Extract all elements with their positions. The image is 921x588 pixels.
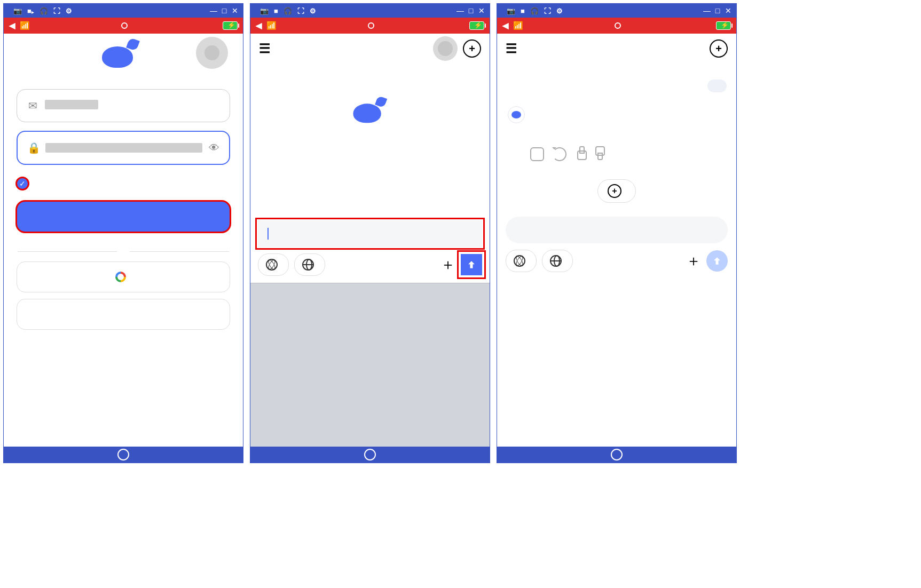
ios-keyboard[interactable] (250, 283, 490, 447)
deepseek-whale-icon (102, 39, 139, 68)
password-redacted (45, 143, 202, 153)
region-support-note (4, 68, 243, 85)
wifi-icon: 📶 (20, 21, 30, 30)
record-icon (368, 22, 374, 29)
email-field[interactable]: ✉ (17, 89, 230, 122)
ios-status-bar: ◀ 📶 ⚡ (4, 18, 243, 34)
lock-icon: 🔒 (27, 141, 39, 154)
maximize-button[interactable]: □ (714, 6, 721, 15)
text-caret (267, 228, 269, 240)
phone-login: 📷 ■▶ 🎧 ⛶ ⚙ — □ ✕ ◀ 📶 ⚡ (3, 3, 243, 463)
gear-icon[interactable]: ⚙ (310, 7, 316, 15)
apple-signin-button[interactable] (17, 299, 230, 330)
battery-icon: ⚡ (223, 21, 238, 30)
composer-input[interactable] (506, 217, 728, 243)
attach-button[interactable]: ＋ (440, 255, 455, 275)
back-caret-icon[interactable]: ◀ (502, 21, 509, 30)
assistant-avatar (508, 106, 525, 123)
wifi-icon: 📶 (513, 21, 523, 30)
home-button[interactable] (611, 449, 623, 460)
close-button[interactable]: ✕ (231, 6, 239, 15)
record-icon (121, 22, 128, 29)
atom-icon (266, 259, 278, 271)
deepseek-whale-icon (353, 97, 387, 123)
arrow-up-icon (466, 259, 477, 270)
user-message-bubble (707, 80, 727, 92)
emulator-titlebar: 📷 ■ 🎧 ⛶ ⚙ — □ ✕ (250, 4, 490, 18)
minimize-button[interactable]: — (703, 6, 711, 15)
globe-icon (302, 259, 314, 271)
home-button[interactable] (117, 449, 129, 460)
deep-think-chip[interactable] (506, 250, 537, 272)
video-icon[interactable]: ■▶ (27, 7, 34, 15)
atom-icon (514, 255, 525, 267)
menu-button[interactable]: ☰ (506, 41, 517, 56)
avatar-placeholder (433, 36, 458, 61)
thumbs-down-icon[interactable] (595, 147, 607, 159)
minimize-button[interactable]: — (456, 6, 464, 15)
new-chat-icon[interactable]: + (710, 39, 728, 58)
avatar-placeholder (196, 37, 228, 69)
send-button[interactable] (706, 250, 728, 272)
minimize-button[interactable]: — (210, 6, 217, 15)
deep-think-chip[interactable] (258, 253, 289, 276)
menu-button[interactable]: ☰ (259, 41, 271, 56)
home-button[interactable] (364, 449, 376, 460)
copy-icon[interactable] (530, 147, 544, 161)
web-search-chip[interactable] (294, 253, 325, 276)
fullscreen-icon[interactable]: ⛶ (544, 7, 551, 15)
video-icon[interactable]: ■ (274, 7, 278, 15)
fullscreen-icon[interactable]: ⛶ (53, 7, 60, 15)
back-caret-icon[interactable]: ◀ (256, 21, 262, 30)
maximize-button[interactable]: □ (467, 6, 475, 15)
camera-icon[interactable]: 📷 (260, 7, 269, 15)
prompt-input[interactable] (258, 220, 482, 247)
new-chat-button[interactable]: + (597, 179, 636, 203)
camera-icon[interactable]: 📷 (507, 7, 515, 15)
headset-icon[interactable]: 🎧 (40, 7, 48, 15)
gear-icon[interactable]: ⚙ (66, 7, 72, 15)
globe-icon (550, 255, 562, 267)
google-signin-button[interactable] (17, 261, 230, 292)
regenerate-icon[interactable] (553, 147, 566, 161)
new-chat-screen: ☰ + (250, 34, 490, 447)
answer-actions (497, 140, 736, 161)
or-divider (18, 251, 229, 252)
back-caret-icon[interactable]: ◀ (9, 21, 15, 30)
thumbs-up-icon[interactable] (575, 147, 587, 159)
wifi-icon: 📶 (266, 21, 277, 30)
gear-icon[interactable]: ⚙ (556, 7, 563, 15)
close-button[interactable]: ✕ (725, 6, 732, 15)
terms-checkbox[interactable]: ✓ (17, 178, 28, 189)
phone-answer: 📷 ■ 🎧 ⛶ ⚙ — □ ✕ ◀ 📶 ⚡ ☰ (497, 3, 737, 463)
close-button[interactable]: ✕ (478, 6, 485, 15)
emulator-titlebar: 📷 ■▶ 🎧 ⛶ ⚙ — □ ✕ (4, 4, 243, 18)
eye-icon[interactable]: 👁 (209, 142, 219, 154)
new-chat-icon[interactable]: + (463, 39, 481, 58)
email-redacted (45, 100, 98, 109)
login-screen: ✉ 🔒 👁 ✓ (4, 34, 243, 447)
headset-icon[interactable]: 🎧 (530, 7, 539, 15)
send-button[interactable] (461, 254, 482, 275)
password-field[interactable]: 🔒 👁 (17, 131, 230, 165)
phone-new-chat: 📷 ■ 🎧 ⛶ ⚙ — □ ✕ ◀ 📶 ⚡ ☰ (250, 3, 490, 463)
emulator-navbar (4, 447, 243, 463)
login-button[interactable] (17, 201, 230, 232)
maximize-button[interactable]: □ (221, 6, 228, 15)
web-search-chip[interactable] (542, 250, 573, 272)
answer-screen: ☰ + + (497, 34, 736, 447)
attach-button[interactable]: ＋ (686, 251, 701, 271)
mail-icon: ✉ (27, 99, 38, 112)
battery-icon: ⚡ (469, 21, 484, 30)
fullscreen-icon[interactable]: ⛶ (297, 7, 304, 15)
video-icon[interactable]: ■ (521, 7, 525, 15)
camera-icon[interactable]: 📷 (13, 7, 22, 15)
arrow-up-icon (712, 256, 722, 266)
headset-icon[interactable]: 🎧 (284, 7, 292, 15)
google-icon (115, 272, 126, 282)
